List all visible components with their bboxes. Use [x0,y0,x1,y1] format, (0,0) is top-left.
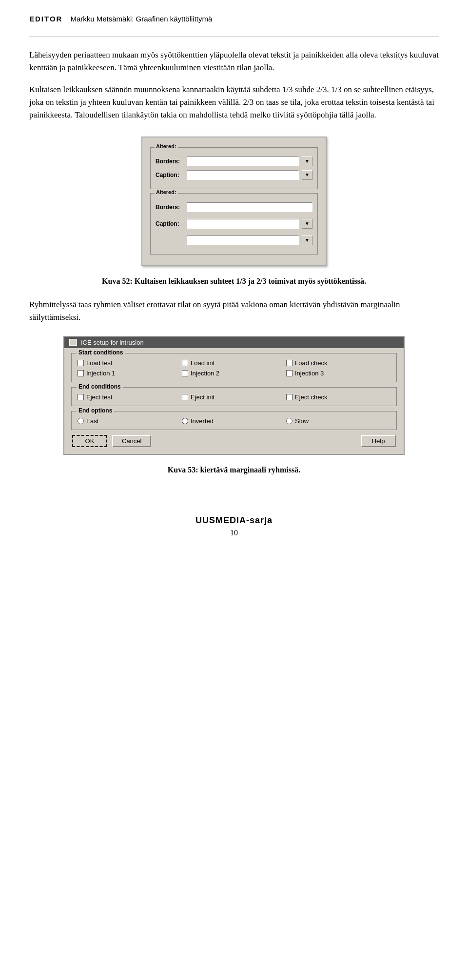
header-title: Markku Metsämäki: Graafinen käyttöliitty… [70,15,212,23]
caption-row-1: Caption: ▼ [156,170,312,180]
inverted-radio[interactable] [182,418,188,424]
injection3-item: Injection 3 [286,370,390,377]
start-conditions-group: Start conditions Load test Load init Loa… [71,353,397,382]
caption-dropdown-2[interactable]: ▼ [302,219,312,229]
start-row-1: Load test Load init Load check [78,359,390,367]
borders-label-2: Borders: [156,204,184,211]
eject-init-checkbox[interactable] [182,394,188,400]
ice-titlebar: ICE setup for intrusion [64,337,404,348]
caption-input-2[interactable] [187,219,299,229]
group-box-2: Altered: Borders: Caption: ▼ ▼ [150,193,318,255]
figure-2-container: ICE setup for intrusion Start conditions… [29,336,439,455]
slow-label: Slow [295,417,309,425]
caption-dropdown-1[interactable]: ▼ [302,170,312,180]
injection2-label: Injection 2 [191,370,219,377]
end-row-1: Eject test Eject init Eject check [78,393,390,401]
page-footer: UUSMEDIA-sarja 10 [29,515,439,537]
borders-row-1: Borders: ▼ [156,157,312,166]
load-test-item: Load test [78,359,182,367]
titlebar-btn[interactable] [69,339,77,346]
injection2-item: Injection 2 [182,370,286,377]
series-label: UUSMEDIA-sarja [29,515,439,526]
help-button[interactable]: Help [361,435,396,447]
cancel-button[interactable]: Cancel [112,435,151,447]
fast-label: Fast [86,417,98,425]
load-init-label: Load init [191,359,214,367]
caption-input-1[interactable] [187,170,299,180]
load-test-checkbox[interactable] [78,360,84,366]
group-legend-1: Altered: [155,143,178,149]
eject-test-label: Eject test [86,393,112,401]
figure-1-caption: Kuva 52: Kultaisen leikkauksen suhteet 1… [29,276,439,287]
eject-check-checkbox[interactable] [286,394,292,400]
injection1-label: Injection 1 [86,370,115,377]
injection2-checkbox[interactable] [182,370,188,376]
ice-button-row: OK Cancel Help [71,435,397,447]
start-conditions-legend: Start conditions [77,349,125,356]
header-divider [29,37,439,37]
borders-dropdown-1[interactable]: ▼ [302,157,312,166]
caption-row-2: Caption: ▼ [156,219,312,229]
borders-input-2[interactable] [187,202,312,212]
paragraph-2: Kultaisen leikkauksen säännön muunnoksen… [29,83,439,122]
eject-init-label: Eject init [191,393,214,401]
ice-title: ICE setup for intrusion [81,339,144,346]
eject-check-item: Eject check [286,393,390,401]
caption-label-2: Caption: [156,220,184,227]
inverted-label: Inverted [191,417,214,425]
injection3-checkbox[interactable] [286,370,292,376]
inverted-item: Inverted [182,417,286,425]
extra-input[interactable] [187,235,299,245]
group-box-1: Altered: Borders: ▼ Caption: ▼ [150,147,318,189]
group-legend-2: Altered: [155,189,178,195]
end-options-group: End options Fast Inverted Slow [71,411,397,430]
caption-label-1: Caption: [156,172,184,178]
slow-radio[interactable] [286,418,292,424]
fast-radio[interactable] [78,418,84,424]
ice-dialog: ICE setup for intrusion Start conditions… [63,336,405,455]
load-check-label: Load check [295,359,328,367]
end-options-legend: End options [77,407,114,414]
load-init-checkbox[interactable] [182,360,188,366]
dialog-inner: Altered: Borders: ▼ Caption: ▼ Altered: [142,137,326,265]
eject-check-label: Eject check [295,393,327,401]
end-options-row: Fast Inverted Slow [78,417,390,425]
borders-input-1[interactable] [187,157,299,166]
borders-label-1: Borders: [156,158,184,165]
borders-row-2: Borders: [156,202,312,212]
injection1-checkbox[interactable] [78,370,84,376]
eject-init-item: Eject init [182,393,286,401]
eject-test-item: Eject test [78,393,182,401]
load-check-item: Load check [286,359,390,367]
header: EDITOR Markku Metsämäki: Graafinen käytt… [29,15,439,23]
ice-body: Start conditions Load test Load init Loa… [64,348,404,454]
figure-1-container: Altered: Borders: ▼ Caption: ▼ Altered: [29,137,439,266]
load-check-checkbox[interactable] [286,360,292,366]
injection1-item: Injection 1 [78,370,182,377]
paragraph-1: Läheisyyden periaatteen mukaan myös syöt… [29,49,439,75]
end-conditions-group: End conditions Eject test Eject init Eje… [71,387,397,406]
end-conditions-legend: End conditions [77,383,123,390]
page-number: 10 [29,529,439,537]
load-test-label: Load test [86,359,113,367]
load-init-item: Load init [182,359,286,367]
extra-dropdown[interactable]: ▼ [302,235,312,245]
paragraph-3: Ryhmittelyssä taas ryhmien väliset erott… [29,298,439,324]
figure-2-caption: Kuva 53: kiertävä marginaali ryhmissä. [29,465,439,475]
figure-1-dialog: Altered: Borders: ▼ Caption: ▼ Altered: [141,137,327,266]
extra-input-row: ▼ [156,235,312,245]
slow-item: Slow [286,417,390,425]
start-row-2: Injection 1 Injection 2 Injection 3 [78,370,390,377]
eject-test-checkbox[interactable] [78,394,84,400]
injection3-label: Injection 3 [295,370,324,377]
editor-label: EDITOR [29,15,62,23]
ok-button[interactable]: OK [72,435,107,447]
fast-item: Fast [78,417,182,425]
